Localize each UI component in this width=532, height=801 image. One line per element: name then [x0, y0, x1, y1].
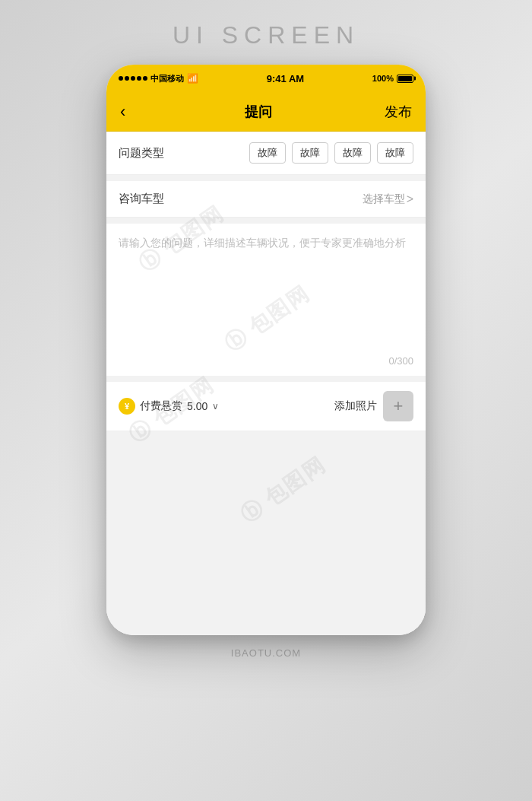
signal-dot-4 [137, 76, 141, 81]
type-tags-container: 故障 故障 故障 故障 [249, 142, 413, 164]
type-tag-3[interactable]: 故障 [334, 142, 371, 164]
problem-type-section: 问题类型 故障 故障 故障 故障 [106, 132, 426, 175]
question-textarea-section[interactable]: 请输入您的问题，详细描述车辆状况，便于专家更准确地分析 0/300 [106, 224, 426, 376]
empty-area [106, 437, 426, 635]
wifi-icon: 📶 [187, 73, 198, 84]
navigation-bar: ‹ 提问 发布 [106, 92, 426, 132]
problem-type-label: 问题类型 [119, 146, 164, 161]
signal-dot-5 [143, 76, 147, 81]
add-photo-label: 添加照片 [334, 399, 377, 413]
publish-button[interactable]: 发布 [385, 103, 412, 121]
reward-amount: 5.00 [187, 400, 207, 412]
status-right: 100% [372, 74, 413, 83]
car-type-placeholder: 选择车型 [363, 192, 405, 206]
content-area: 问题类型 故障 故障 故障 故障 咨询车型 选择车型 > 请输入您的问题，详细描… [106, 132, 426, 635]
char-count: 0/300 [388, 355, 413, 367]
battery-percent: 100% [372, 74, 394, 83]
battery-icon [397, 75, 413, 83]
type-tag-1[interactable]: 故障 [249, 142, 286, 164]
type-tag-2[interactable]: 故障 [292, 142, 328, 164]
car-type-label: 咨询车型 [119, 192, 164, 206]
signal-dot-1 [119, 76, 123, 81]
signal-dots [119, 76, 147, 81]
reward-label: 付费悬赏 [140, 399, 182, 413]
dropdown-icon[interactable]: ∨ [212, 401, 219, 412]
chevron-right-icon: > [407, 192, 413, 206]
car-type-section[interactable]: 咨询车型 选择车型 > [106, 181, 426, 218]
battery-fill [398, 76, 412, 81]
back-button[interactable]: ‹ [120, 99, 131, 125]
type-tag-4[interactable]: 故障 [377, 142, 413, 164]
ui-screen-label: UI SCREEN [173, 21, 359, 49]
phone-frame: 中国移动 📶 9:41 AM 100% ‹ 提问 发布 问题类型 故障 故障 故… [106, 65, 426, 635]
car-type-selector[interactable]: 选择车型 > [363, 192, 413, 206]
status-left: 中国移动 📶 [119, 73, 198, 84]
textarea-placeholder: 请输入您的问题，详细描述车辆状况，便于专家更准确地分析 [119, 234, 413, 253]
attribution-text: IBAOTU.COM [231, 647, 301, 659]
bottom-action-bar: ¥ 付费悬赏 5.00 ∨ 添加照片 + [106, 382, 426, 431]
signal-dot-2 [125, 76, 129, 81]
add-photo-button[interactable]: + [383, 391, 413, 421]
add-photo-section[interactable]: 添加照片 + [334, 391, 413, 421]
reward-section[interactable]: ¥ 付费悬赏 5.00 ∨ [119, 398, 219, 415]
carrier-text: 中国移动 [150, 73, 184, 84]
nav-title: 提问 [245, 103, 272, 121]
status-bar: 中国移动 📶 9:41 AM 100% [106, 65, 426, 92]
status-time: 9:41 AM [267, 73, 304, 84]
signal-dot-3 [131, 76, 135, 81]
yuan-icon: ¥ [119, 398, 135, 415]
